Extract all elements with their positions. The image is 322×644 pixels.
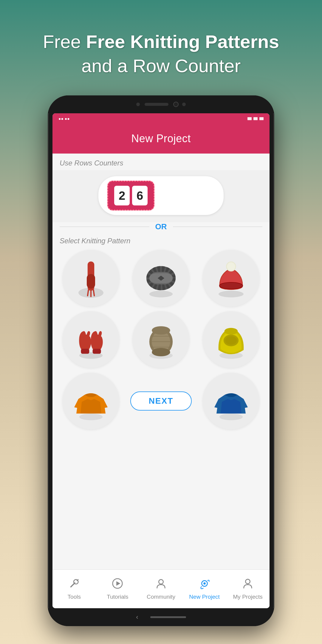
tutorials-icon: [112, 578, 123, 592]
screen-content: Use Rows Counters 2 6 OR Select Knitting…: [52, 154, 270, 608]
headline-line2: and a Row Counter: [0, 54, 322, 78]
or-text: OR: [149, 222, 173, 231]
wifi-icon: [253, 117, 258, 120]
svg-point-6: [149, 291, 173, 297]
phone-frame: ●● ●● New Project Use Rows Counters 2 6: [48, 95, 274, 626]
pattern-item-mittens[interactable]: [58, 311, 124, 368]
snood-icon: [210, 319, 252, 360]
pattern-grid-row1: [52, 250, 270, 306]
pattern-item-sweater-orange[interactable]: [58, 373, 124, 429]
back-button[interactable]: ‹: [136, 613, 138, 621]
svg-line-3: [88, 290, 89, 296]
status-time: ●● ●●: [58, 116, 70, 121]
cowl-icon: [140, 319, 182, 360]
pattern-item-next: NEXT: [129, 373, 194, 429]
hat-icon: [210, 257, 252, 299]
signal-icon: [247, 117, 252, 120]
app-bar-title: New Project: [131, 132, 191, 145]
svg-point-23: [152, 326, 170, 335]
headband-icon: [140, 257, 182, 299]
pattern-row3-container: NEXT: [52, 373, 270, 429]
counter-digit-2[interactable]: 6: [132, 186, 148, 205]
svg-point-42: [246, 579, 250, 584]
or-line-right: [173, 227, 263, 227]
pattern-circle-sweater-blue[interactable]: [203, 373, 259, 429]
phone-top-bar: [48, 95, 274, 113]
bottom-navigation: Tools Tutorials: [52, 569, 270, 608]
svg-point-33: [219, 414, 242, 420]
phone-bottom-bar: ‹: [48, 608, 274, 626]
row-counter-pill[interactable]: 2 6: [98, 176, 224, 215]
pattern-circle-headband[interactable]: [133, 250, 189, 306]
nav-item-new-project[interactable]: New Project: [183, 578, 226, 600]
pattern-item-hat[interactable]: [198, 250, 264, 306]
nav-item-my-projects[interactable]: My Projects: [226, 578, 270, 600]
svg-point-29: [224, 328, 238, 335]
front-camera-left: [136, 103, 140, 106]
pattern-section-label: Select Knitting Pattern: [52, 234, 270, 250]
svg-rect-18: [81, 349, 89, 354]
new-project-icon: [199, 578, 210, 592]
pattern-circle-hat[interactable]: [203, 250, 259, 306]
svg-marker-38: [117, 581, 120, 586]
svg-point-41: [203, 582, 206, 585]
pattern-circle-scarf[interactable]: [63, 250, 119, 306]
status-bar: ●● ●●: [52, 113, 270, 124]
battery-icon: [259, 117, 264, 120]
pattern-grid-row2: [52, 311, 270, 368]
svg-point-32: [79, 414, 103, 420]
sweater-orange-icon: [70, 380, 112, 422]
home-pill[interactable]: [150, 616, 186, 618]
sensor: [182, 103, 186, 106]
pattern-grid-row3: NEXT: [52, 373, 270, 429]
community-icon: [155, 578, 167, 592]
counter-digit-1[interactable]: 2: [114, 186, 130, 205]
headline-line1: Free Free Knitting Patterns: [0, 30, 322, 54]
svg-point-15: [227, 262, 235, 271]
nav-label-tools: Tools: [68, 594, 81, 600]
svg-line-5: [94, 290, 95, 296]
phone-screen: ●● ●● New Project Use Rows Counters 2 6: [52, 113, 270, 608]
nav-label-my-projects: My Projects: [233, 594, 263, 600]
nav-item-community[interactable]: Community: [139, 578, 183, 600]
scarf-icon: [70, 257, 112, 299]
pattern-item-cowl[interactable]: [129, 311, 194, 368]
pattern-item-snood[interactable]: [198, 311, 264, 368]
app-bar: New Project: [52, 124, 270, 154]
svg-rect-19: [93, 349, 101, 354]
svg-point-16: [219, 282, 242, 289]
row-counter-area: 2 6: [52, 170, 270, 222]
svg-point-39: [159, 580, 163, 584]
svg-point-12: [219, 291, 244, 297]
nav-label-new-project: New Project: [189, 594, 219, 600]
next-button[interactable]: NEXT: [130, 391, 192, 411]
pattern-circle-mittens[interactable]: [63, 311, 119, 368]
or-line-left: [60, 227, 149, 227]
pattern-item-scarf[interactable]: [58, 250, 124, 306]
svg-rect-2: [87, 274, 95, 289]
nav-label-community: Community: [147, 594, 175, 600]
row-counter-label: Use Rows Counters: [52, 154, 270, 170]
nav-item-tutorials[interactable]: Tutorials: [96, 578, 140, 600]
nav-item-tools[interactable]: Tools: [52, 578, 96, 600]
counter-box[interactable]: 2 6: [107, 181, 154, 210]
pattern-item-sweater-blue[interactable]: [198, 373, 264, 429]
pattern-circle-sweater-orange[interactable]: [63, 373, 119, 429]
nav-label-tutorials: Tutorials: [107, 594, 128, 600]
mittens-icon: [70, 319, 112, 360]
header-text-block: Free Free Knitting Patterns and a Row Co…: [0, 30, 322, 78]
pattern-circle-snood[interactable]: [203, 311, 259, 368]
or-divider: OR: [52, 222, 270, 231]
sweater-blue-icon: [210, 380, 252, 422]
my-projects-icon: [242, 578, 253, 592]
pattern-circle-cowl[interactable]: [133, 311, 189, 368]
status-icons: [247, 117, 264, 120]
pattern-item-headband[interactable]: [129, 250, 194, 306]
svg-point-24: [152, 348, 170, 356]
speaker: [145, 103, 168, 106]
svg-point-31: [225, 336, 237, 345]
tools-icon: [69, 578, 80, 592]
front-camera-right: [173, 102, 179, 107]
